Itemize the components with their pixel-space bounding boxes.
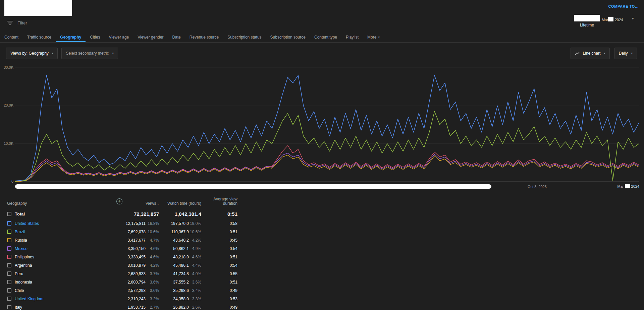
views-value: 2,689,933 bbox=[101, 271, 146, 276]
country-link[interactable]: Peru bbox=[15, 271, 101, 276]
row-checkbox[interactable] bbox=[7, 271, 11, 276]
country-link[interactable]: Italy bbox=[15, 305, 101, 310]
views-value: 12,175,811 bbox=[101, 221, 146, 226]
timeline-scrubber-thumb[interactable] bbox=[15, 184, 491, 189]
filter-icon bbox=[7, 21, 13, 25]
table-row[interactable]: Chile2,572,2933.6%35,298.63.4%0:49 bbox=[0, 286, 255, 295]
column-header-avg-duration[interactable]: Average view duration bbox=[201, 197, 237, 206]
avg-duration-value: 0:51 bbox=[201, 280, 237, 285]
tab-content[interactable]: Content bbox=[0, 33, 23, 42]
views-percent: 4.2% bbox=[146, 263, 159, 268]
table-row[interactable]: Indonesia2,600,7943.6%37,555.23.6%0:51 bbox=[0, 278, 255, 286]
chevron-down-icon: ▾ bbox=[378, 33, 380, 42]
table-row-total[interactable]: Total 72,321,857 1,042,301.4 0:51 bbox=[0, 208, 255, 219]
redacted-date-box bbox=[574, 15, 600, 21]
row-checkbox[interactable] bbox=[7, 221, 11, 226]
secondary-metric-dropdown[interactable]: Select secondary metric ▾ bbox=[61, 48, 118, 59]
tab-viewer-gender[interactable]: Viewer gender bbox=[133, 33, 168, 42]
country-link[interactable]: United Kingdom bbox=[15, 297, 101, 301]
avg-duration-value: 0:55 bbox=[201, 271, 237, 276]
row-checkbox[interactable] bbox=[7, 263, 11, 267]
views-value: 3,010,879 bbox=[101, 263, 146, 268]
redacted-date-day bbox=[608, 17, 613, 21]
watch-time-value: 48,218.0 bbox=[159, 255, 189, 259]
views-percent: 4.6% bbox=[146, 255, 159, 259]
country-link[interactable]: Philippines bbox=[15, 255, 101, 259]
country-link[interactable]: Brazil bbox=[15, 230, 101, 234]
filter-bar[interactable]: Filter bbox=[7, 19, 27, 27]
table-row[interactable]: United Kingdom2,310,2433.2%34,358.03.3%0… bbox=[0, 295, 255, 303]
column-header-geography[interactable]: Geography bbox=[0, 201, 101, 206]
table-row[interactable]: Peru2,689,9333.7%41,734.84.0%0:55 bbox=[0, 269, 255, 278]
tab-label: Cities bbox=[90, 33, 100, 42]
tab-geography[interactable]: Geography bbox=[56, 33, 86, 42]
row-checkbox[interactable] bbox=[7, 305, 11, 309]
views-percent: 4.7% bbox=[146, 238, 159, 243]
views-percent: 4.6% bbox=[146, 246, 159, 251]
tab-viewer-age[interactable]: Viewer age bbox=[104, 33, 133, 42]
row-checkbox[interactable] bbox=[7, 246, 11, 251]
tab-content-type[interactable]: Content type bbox=[310, 33, 341, 42]
table-row[interactable]: Brazil7,692,07810.6%110,367.910.6%0:51 bbox=[0, 228, 255, 236]
views-value: 3,350,150 bbox=[101, 246, 146, 251]
views-percent: 2.7% bbox=[146, 305, 159, 310]
chevron-down-icon: ▾ bbox=[52, 52, 54, 55]
column-header-views[interactable]: Views↓ bbox=[101, 201, 159, 206]
tab-traffic-source[interactable]: Traffic source bbox=[23, 33, 56, 42]
views-value: 2,310,243 bbox=[101, 297, 146, 301]
tab-cities[interactable]: Cities bbox=[86, 33, 104, 42]
tab-date[interactable]: Date bbox=[168, 33, 185, 42]
y-axis-label: 10.0K bbox=[0, 141, 13, 145]
row-checkbox[interactable] bbox=[7, 230, 11, 234]
secondary-metric-label: Select secondary metric bbox=[66, 51, 109, 56]
views-value: 2,572,293 bbox=[101, 288, 146, 293]
country-link[interactable]: Indonesia bbox=[15, 280, 101, 285]
date-range-chevron-down-icon[interactable]: ▾ bbox=[632, 16, 634, 21]
tab-playlist[interactable]: Playlist bbox=[341, 33, 363, 42]
compare-to-button[interactable]: COMPARE TO... bbox=[608, 4, 639, 8]
tab-bar: ContentTraffic sourceGeographyCitiesView… bbox=[0, 33, 644, 43]
total-views: 72,321,857 bbox=[101, 211, 159, 217]
date-range-label[interactable]: Lifetime bbox=[574, 23, 600, 27]
country-link[interactable]: Russia bbox=[15, 238, 101, 243]
chart-controls-right: Line chart ▾ Daily ▾ bbox=[571, 48, 637, 59]
watch-time-value: 197,570.0 bbox=[159, 221, 189, 226]
chart-controls-left: Views by: Geography ▾ Select secondary m… bbox=[6, 48, 118, 59]
tab-label: Subscription source bbox=[270, 33, 306, 42]
interval-label: Daily bbox=[619, 51, 628, 56]
timeline-date-label: Oct 8, 2023 bbox=[528, 185, 547, 189]
tab-label: Content type bbox=[314, 33, 337, 42]
table-row[interactable]: Russia3,417,6774.7%43,640.24.2%0:45 bbox=[0, 236, 255, 244]
redacted-timeline-day bbox=[625, 184, 630, 188]
country-link[interactable]: Argentina bbox=[15, 263, 101, 268]
country-link[interactable]: Mexico bbox=[15, 246, 101, 251]
row-checkbox[interactable] bbox=[7, 297, 11, 301]
watch-time-value: 34,358.0 bbox=[159, 297, 189, 301]
tab-subscription-status[interactable]: Subscription status bbox=[223, 33, 266, 42]
country-link[interactable]: Chile bbox=[15, 288, 101, 293]
country-link[interactable]: United States bbox=[15, 221, 101, 226]
tab-subscription-source[interactable]: Subscription source bbox=[266, 33, 310, 42]
table-row[interactable]: United States12,175,81116.8%197,570.019.… bbox=[0, 219, 255, 228]
chart-type-dropdown[interactable]: Line chart ▾ bbox=[571, 48, 610, 59]
tab-more[interactable]: More▾ bbox=[363, 33, 384, 42]
avg-duration-value: 0:45 bbox=[201, 238, 237, 243]
row-checkbox[interactable] bbox=[7, 255, 11, 259]
table-row[interactable]: Mexico3,350,1504.6%50,862.14.9%0:54 bbox=[0, 244, 255, 253]
filter-placeholder: Filter bbox=[17, 20, 27, 25]
row-checkbox[interactable] bbox=[7, 288, 11, 293]
table-row[interactable]: Philippines3,338,4954.6%48,218.04.6%0:51 bbox=[0, 253, 255, 261]
column-header-watch-time[interactable]: Watch time (hours) bbox=[159, 201, 201, 206]
row-checkbox[interactable] bbox=[7, 238, 11, 242]
total-checkbox[interactable] bbox=[7, 212, 11, 216]
tab-revenue-source[interactable]: Revenue source bbox=[185, 33, 223, 42]
watch-time-value: 35,298.6 bbox=[159, 288, 189, 293]
interval-dropdown[interactable]: Daily ▾ bbox=[614, 48, 637, 59]
views-line-chart[interactable] bbox=[15, 62, 639, 183]
timeline-end-label: Mar 2024 bbox=[618, 184, 639, 188]
table-row[interactable]: Argentina3,010,8794.2%45,486.14.4%0:54 bbox=[0, 261, 255, 269]
views-by-dropdown[interactable]: Views by: Geography ▾ bbox=[6, 48, 58, 59]
avg-duration-value: 0:51 bbox=[201, 255, 237, 259]
row-checkbox[interactable] bbox=[7, 280, 11, 284]
table-row[interactable]: Italy1,953,7152.7%26,882.02.6%0:49 bbox=[0, 303, 255, 310]
